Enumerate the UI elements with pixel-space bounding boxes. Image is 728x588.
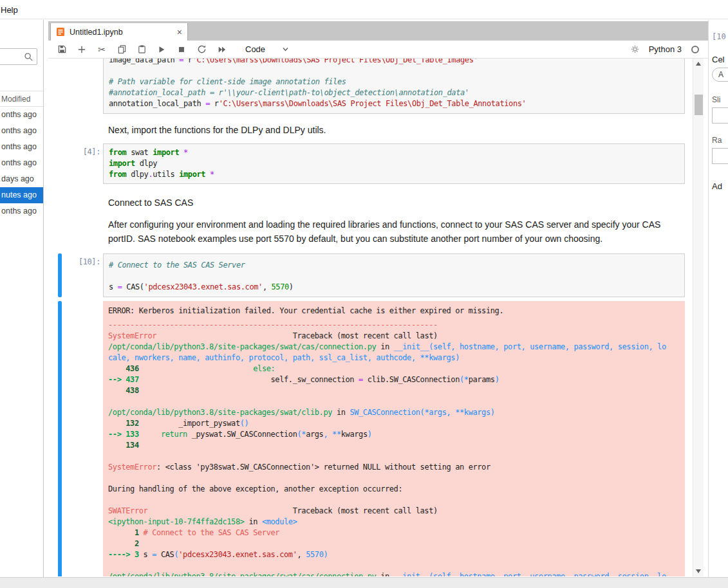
cut-cells-button[interactable]: ✂ — [97, 44, 107, 55]
markdown-text-line: After configuring your environment and l… — [108, 217, 680, 232]
fast-forward-icon — [217, 45, 227, 54]
scissors-icon: ✂ — [98, 44, 106, 55]
restart-icon — [197, 44, 207, 54]
paste-cells-button[interactable] — [136, 44, 147, 55]
markdown-text: Next, import the functions for the DLPy … — [103, 124, 685, 136]
scroll-down-arrow[interactable] — [696, 569, 701, 573]
plus-icon — [77, 45, 86, 54]
vertical-scrollbar[interactable] — [693, 59, 704, 576]
file-row[interactable]: nutes ago — [0, 187, 44, 203]
raw-format-select[interactable] — [712, 148, 728, 164]
markdown-cell-import[interactable]: Next, import the functions for the DLPy … — [48, 124, 693, 136]
slide-type-select[interactable] — [712, 107, 728, 124]
cell-type-value: Code — [245, 44, 265, 54]
code-editor[interactable]: image_data_path = r'C:\Users\marss\Downl… — [103, 59, 685, 114]
active-cell-prompt: [10 — [712, 32, 726, 41]
slide-type-label: Sli — [712, 95, 720, 104]
error-output: ERROR: Kerberos initialization failed. Y… — [103, 301, 685, 576]
notebook-tools-panel: [10 Cel A Sli Ra Ad — [708, 20, 728, 577]
code-editor[interactable]: # Connect to the SAS CAS Server s = CAS(… — [103, 253, 685, 297]
run-icon — [157, 45, 166, 54]
copy-icon — [117, 44, 127, 54]
jupyterlab-window: Help Modified onths ago onths ago onths … — [0, 0, 728, 588]
save-icon — [57, 44, 67, 54]
run-all-button[interactable] — [216, 44, 227, 55]
cell-prompt: [4]: — [62, 143, 103, 184]
tab-close-button[interactable]: × — [177, 28, 182, 37]
code-editor[interactable]: from swat import *import dlpyfrom dlpy.u… — [103, 143, 685, 184]
cell-section-label: Cel — [712, 55, 725, 64]
file-row[interactable]: onths ago — [0, 123, 44, 139]
file-row[interactable]: onths ago — [0, 107, 44, 123]
file-row-label: days ago — [1, 174, 34, 183]
cell-prompt: [10]: — [62, 253, 103, 297]
file-search-input[interactable] — [0, 48, 37, 65]
file-row[interactable]: days ago — [0, 171, 44, 187]
status-bar — [0, 577, 728, 588]
copy-cells-button[interactable] — [117, 44, 127, 55]
markdown-text: Connect to SAS CAS — [103, 197, 685, 208]
cell-type-dropdown[interactable]: Code — [245, 44, 289, 54]
advanced-section-label: Ad — [712, 181, 722, 191]
code-cell-imports: [4]: from swat import *import dlpyfrom d… — [48, 143, 693, 184]
error-output-area: ERROR: Kerberos initialization failed. Y… — [48, 301, 693, 576]
stderr-text: ERROR: Kerberos initialization failed. Y… — [108, 306, 680, 317]
file-browser-sidebar: Modified onths ago onths ago onths ago o… — [0, 20, 44, 577]
code-cell-paths: image_data_path = r'C:\Users\marss\Downl… — [48, 59, 693, 114]
file-row-label: onths ago — [1, 110, 37, 119]
add-tag-button[interactable]: A — [712, 68, 728, 82]
markdown-cell-paragraph[interactable]: After configuring your environment and l… — [48, 217, 693, 246]
file-row[interactable]: onths ago — [0, 139, 44, 155]
tab-untitled1[interactable]: Untitled1.ipynb × — [50, 23, 188, 41]
restart-kernel-button[interactable] — [196, 44, 207, 55]
file-row-label: onths ago — [1, 142, 37, 151]
paste-icon — [137, 44, 147, 54]
stop-icon — [177, 45, 186, 54]
file-row-label: onths ago — [1, 207, 37, 216]
code-cell-cas-active: [10]: # Connect to the SAS CAS Server s … — [48, 253, 693, 297]
notebook-toolbar: ✂ Code Python 3 — [48, 41, 708, 59]
scroll-up-arrow[interactable] — [696, 62, 701, 66]
file-row[interactable]: onths ago — [0, 155, 44, 171]
file-row[interactable]: onths ago — [0, 203, 44, 219]
chevron-down-icon — [282, 46, 289, 53]
file-row-label: nutes ago — [1, 190, 37, 199]
notebook-content[interactable]: image_data_path = r'C:\Users\marss\Downl… — [48, 59, 693, 576]
gear-icon — [631, 45, 639, 53]
cell-prompt — [62, 59, 103, 114]
add-tag-label: A — [718, 70, 723, 79]
file-row-label: onths ago — [1, 158, 37, 167]
menu-help[interactable]: Help — [1, 5, 18, 15]
markdown-text-line: portID. SAS notebook examples use port 5… — [108, 232, 680, 246]
traceback-text: ----------------------------------------… — [108, 320, 680, 576]
menu-bar: Help — [0, 0, 728, 19]
file-row-label: onths ago — [1, 126, 37, 135]
markdown-cell-connect[interactable]: Connect to SAS CAS — [48, 197, 693, 208]
run-button[interactable] — [156, 44, 167, 55]
stop-button[interactable] — [176, 44, 187, 55]
kernel-status-icon — [691, 46, 699, 53]
search-icon — [24, 52, 33, 62]
tab-title: Untitled1.ipynb — [70, 28, 173, 37]
scrollbar-thumb[interactable] — [695, 95, 703, 115]
kernel-name[interactable]: Python 3 — [649, 44, 682, 54]
tab-bar: Untitled1.ipynb × — [48, 21, 708, 41]
modified-column-header[interactable]: Modified — [0, 91, 44, 107]
notebook-icon — [56, 27, 65, 37]
save-button[interactable] — [57, 44, 67, 55]
add-cell-button[interactable] — [77, 44, 87, 55]
raw-format-label: Ra — [712, 136, 722, 145]
file-list: onths ago onths ago onths ago onths ago … — [0, 107, 44, 219]
